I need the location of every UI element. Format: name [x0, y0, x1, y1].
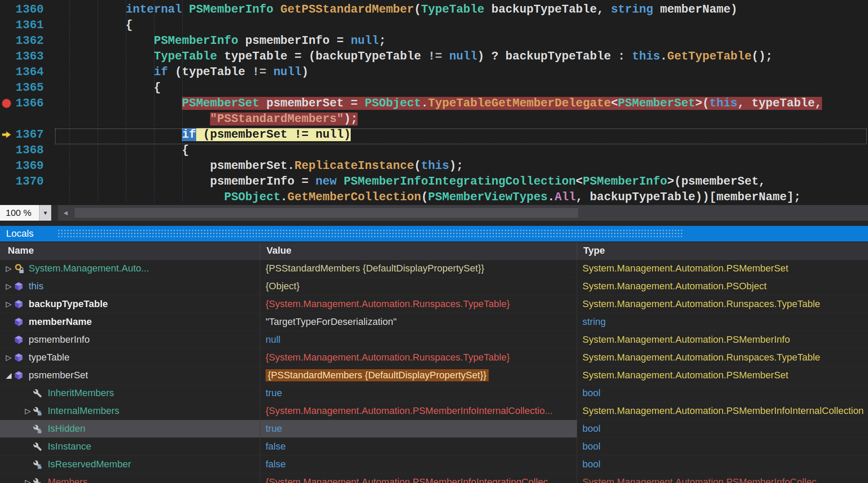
variable-name: this: [29, 281, 43, 292]
locals-title-bar[interactable]: Locals: [0, 226, 868, 242]
line-number: 1362: [16, 33, 44, 49]
locals-row-typeTable[interactable]: ▷typeTable{System.Management.Automation.…: [0, 349, 868, 367]
column-header-value[interactable]: Value: [260, 242, 577, 260]
code-line-1365[interactable]: 1365 {: [0, 80, 868, 96]
value-cell[interactable]: {System.Management.Automation.Runspaces.…: [260, 295, 577, 313]
variable-value: {PSStandardMembers {DefaultDisplayProper…: [266, 263, 484, 274]
horizontal-scrollbar[interactable]: ◂: [58, 205, 868, 221]
value-cell[interactable]: "TargetTypeForDeserialization": [260, 313, 577, 331]
variable-value: {System.Management.Automation.PSMemberIn…: [266, 476, 556, 483]
variable-name: memberName: [29, 316, 92, 328]
value-cell[interactable]: {System.Management.Automation.PSMemberIn…: [260, 402, 577, 420]
expander-collapsed-icon[interactable]: ▷: [23, 478, 33, 483]
breakpoint-icon[interactable]: [1, 98, 12, 109]
locals-row-IsReservedMember[interactable]: IsReservedMemberfalsebool: [0, 456, 868, 473]
type-cell: System.Management.Automation.Runspaces.T…: [577, 349, 868, 366]
expander-expanded-icon[interactable]: ◢: [3, 371, 14, 380]
code-text: psmemberSet.ReplicateInstance(this);: [69, 158, 463, 174]
code-line-1363[interactable]: 1363 TypeTable typeTable = (backupTypeTa…: [0, 49, 868, 64]
expander-collapsed-icon[interactable]: ▷: [3, 300, 14, 309]
variable-name: typeTable: [29, 352, 69, 363]
variable-type: System.Management.Automation.PSMemberInf…: [582, 405, 864, 417]
line-number: 1361: [16, 17, 44, 33]
variable-type: System.Management.Automation.Runspaces.T…: [582, 298, 820, 310]
name-cell: ◢psmemberSet: [0, 367, 260, 384]
locals-row-InternalMembers[interactable]: ▷InternalMembers{System.Management.Autom…: [0, 402, 868, 420]
code-line-1366[interactable]: 1366 PSMemberSet psmemberSet = PSObject.…: [0, 96, 868, 111]
scroll-left-button[interactable]: ◂: [58, 205, 73, 221]
locals-row-IsInstance[interactable]: IsInstancefalsebool: [0, 438, 868, 456]
expander-collapsed-icon[interactable]: ▷: [3, 353, 14, 362]
value-cell[interactable]: {System.Management.Automation.PSMemberIn…: [260, 473, 577, 483]
value-cell[interactable]: null: [260, 331, 577, 348]
variable-icon: [14, 370, 26, 380]
expander-collapsed-icon[interactable]: ▷: [3, 264, 14, 273]
variable-value: null: [266, 334, 280, 345]
code-line-1364[interactable]: 1364 if (typeTable != null): [0, 64, 868, 80]
expander-collapsed-icon[interactable]: ▷: [23, 407, 33, 416]
variable-type: bool: [582, 459, 601, 470]
variable-name: InheritMembers: [48, 387, 114, 399]
code-line-1370[interactable]: 1370 psmemberInfo = new PSMemberInfoInte…: [0, 174, 868, 189]
line-number: 1360: [16, 2, 44, 17]
locals-row-backupTypeTable[interactable]: ▷backupTypeTable{System.Management.Autom…: [0, 295, 868, 313]
code-line-1369[interactable]: 1369 psmemberSet.ReplicateInstance(this)…: [0, 158, 868, 174]
code-line-1368[interactable]: 1368 {: [0, 142, 868, 158]
code-line-1361[interactable]: 1361 {: [0, 17, 868, 33]
scroll-left-icon: ◂: [63, 208, 68, 217]
column-header-type[interactable]: Type: [577, 242, 868, 260]
zoom-dropdown-button[interactable]: ▾: [39, 205, 51, 221]
locals-row-psmemberSet[interactable]: ◢psmemberSet{PSStandardMembers {DefaultD…: [0, 367, 868, 384]
column-header-name[interactable]: Name: [0, 242, 260, 260]
line-number: 1368: [16, 142, 44, 158]
locals-row-IsHidden[interactable]: IsHiddentruebool: [0, 420, 868, 438]
scrollbar-thumb[interactable]: [75, 208, 578, 218]
locals-row-InheritMembers[interactable]: InheritMemberstruebool: [0, 384, 868, 402]
drag-handle-dots: [57, 229, 682, 239]
locals-row-memberName[interactable]: memberName"TargetTypeForDeserialization"…: [0, 313, 868, 331]
locals-row-Members[interactable]: ▷Members{System.Management.Automation.PS…: [0, 473, 868, 483]
variable-value: false: [266, 459, 286, 470]
variable-name: psmemberSet: [29, 370, 88, 381]
locals-row-this[interactable]: ▷this{Object}System.Management.Automatio…: [0, 278, 868, 295]
value-cell[interactable]: true: [260, 420, 577, 437]
locals-rows: ▷System.Management.Auto...{PSStandardMem…: [0, 260, 868, 483]
value-cell[interactable]: true: [260, 384, 577, 402]
value-cell[interactable]: false: [260, 438, 577, 455]
value-cell[interactable]: false: [260, 456, 577, 473]
variable-type: System.Management.Automation.PSMemberSet: [582, 370, 788, 381]
name-cell: ▷InternalMembers: [0, 402, 260, 420]
value-cell[interactable]: {PSStandardMembers {DefaultDisplayProper…: [260, 367, 577, 384]
line-number: 1365: [16, 80, 44, 96]
variable-type: System.Management.Automation.Runspaces.T…: [582, 352, 820, 363]
zoom-control[interactable]: 100 %: [0, 205, 39, 221]
code-line-wrap[interactable]: "PSStandardMembers");: [0, 111, 868, 127]
code-line-1360[interactable]: 1360 internal PSMemberInfo GetPSStandard…: [0, 2, 868, 17]
private-property-wrench-icon: [33, 423, 45, 434]
locals-row-psmemberInfo[interactable]: psmemberInfonullSystem.Management.Automa…: [0, 331, 868, 349]
value-cell[interactable]: {Object}: [260, 278, 577, 295]
code-line-wrap[interactable]: PSObject.GetMemberCollection(PSMemberVie…: [0, 189, 868, 205]
variable-type: bool: [582, 441, 601, 452]
type-cell: System.Management.Automation.PSMemberSet: [577, 260, 868, 277]
code-line-1367[interactable]: 1367 if (psmemberSet != null): [0, 127, 868, 142]
code-line-1362[interactable]: 1362 PSMemberInfo psmemberInfo = null;: [0, 33, 868, 49]
value-cell[interactable]: {System.Management.Automation.Runspaces.…: [260, 349, 577, 366]
type-cell: bool: [577, 438, 868, 455]
variable-icon: [14, 317, 26, 327]
value-cell[interactable]: {PSStandardMembers {DefaultDisplayProper…: [260, 260, 577, 277]
variable-type: System.Management.Automation.PSMemberInf…: [582, 476, 825, 483]
code-editor[interactable]: 1360 internal PSMemberInfo GetPSStandard…: [0, 0, 868, 205]
name-cell: InheritMembers: [0, 384, 260, 402]
type-cell: bool: [577, 384, 868, 402]
expander-collapsed-icon[interactable]: ▷: [3, 282, 14, 291]
name-cell: ▷Members: [0, 473, 260, 483]
variable-value: true: [266, 423, 282, 434]
code-text: PSObject.GetMemberCollection(PSMemberVie…: [69, 189, 801, 205]
current-statement-arrow-icon[interactable]: [1, 129, 12, 140]
locals-column-headers: Name Value Type: [0, 242, 868, 260]
locals-row-System-Management-Auto-[interactable]: ▷System.Management.Auto...{PSStandardMem…: [0, 260, 868, 278]
variable-name: System.Management.Auto...: [29, 263, 149, 274]
property-wrench-icon: [33, 388, 45, 398]
variable-value: {System.Management.Automation.PSMemberIn…: [266, 405, 553, 417]
